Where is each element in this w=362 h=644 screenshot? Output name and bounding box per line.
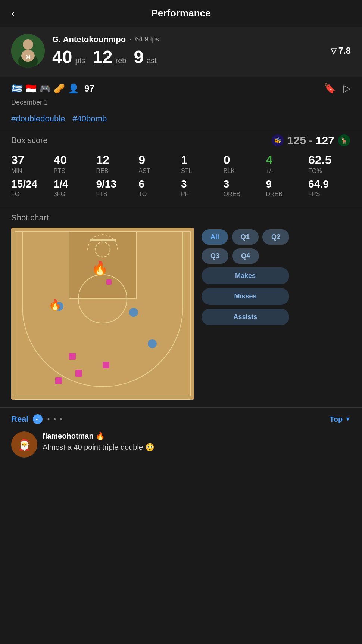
3fg-value: 1/4 [54, 178, 96, 190]
rating-value: 7.8 [338, 46, 351, 56]
shot-chart-container: 🔥 🔥 All Q1 Q2 Q3 Q4 Makes Misses Assists [11, 228, 362, 400]
player-info: G. Antetokounmpo · 64.9 fps 40 pts 12 re… [52, 35, 351, 67]
filter-q1-button[interactable]: Q1 [232, 229, 259, 245]
reb-value: 12 [93, 47, 112, 67]
pf-value: 3 [181, 178, 224, 190]
svg-rect-19 [69, 353, 76, 360]
stat-3fg: 1/4 3FG [54, 178, 96, 198]
stat-pts: 40 PTS [54, 153, 96, 174]
social-actions: 🔖 ▷ [324, 83, 351, 94]
filter-makes-button[interactable]: Makes [202, 267, 289, 284]
comment-item: 🎅 flameohotman 🔥 Almost a 40 point tripl… [11, 431, 351, 458]
filter-q4-button[interactable]: Q4 [232, 248, 259, 264]
header: ‹ Performance [0, 0, 362, 27]
svg-rect-18 [75, 370, 82, 377]
avatar: 34 [11, 34, 45, 68]
sort-arrow-icon: ▼ [345, 416, 351, 422]
svg-rect-20 [103, 362, 109, 368]
date-row: December 1 [0, 97, 362, 111]
emoji-person: 👤 [68, 83, 79, 94]
fgpct-label: FG% [308, 168, 351, 174]
fg-label: FG [11, 191, 54, 198]
comment-avatar: 🎅 [11, 431, 37, 458]
dreb-label: DREB [266, 191, 309, 198]
box-score-title: Box score [11, 136, 48, 145]
stat-fps: 64.9 FPS [308, 178, 351, 198]
comments-section: Real ✓ • • • Top ▼ 🎅 flameohotman 🔥 Almo… [0, 408, 362, 464]
player-stats: 40 pts 12 reb 9 ast [52, 47, 351, 67]
oreb-label: OREB [224, 191, 266, 198]
ast-stat-label: AST [138, 168, 181, 174]
stl-stat-label: STL [181, 168, 224, 174]
stat-min: 37 MIN [11, 153, 54, 174]
pts-label: pts [75, 56, 85, 65]
blk-stat-value: 0 [224, 153, 266, 167]
stat-fts: 9/13 FTS [96, 178, 139, 198]
stat-pf: 3 PF [181, 178, 224, 198]
sort-button[interactable]: Top ▼ [330, 415, 351, 424]
fg-value: 15/24 [11, 178, 54, 190]
team2-logo: 🦌 [337, 134, 351, 147]
dreb-value: 9 [266, 178, 309, 190]
blk-stat-label: BLK [224, 168, 266, 174]
pts-stat-label: PTS [54, 168, 96, 174]
reb-label: reb [115, 56, 126, 65]
bookmark-button[interactable]: 🔖 [324, 83, 336, 94]
social-section: 🇬🇷 🇮🇩 🎮 🥜 👤 97 🔖 ▷ [0, 77, 362, 97]
pts-stat-value: 40 [54, 153, 96, 167]
hashtag-2[interactable]: #40bomb [72, 114, 107, 124]
share-button[interactable]: ▷ [343, 83, 351, 94]
social-count: 97 [84, 83, 94, 94]
pts-value: 40 [52, 47, 72, 67]
ast-value: 9 [134, 47, 144, 67]
fps-label: FPS [308, 191, 351, 198]
filter-misses-button[interactable]: Misses [202, 288, 289, 305]
stat-blk: 0 BLK [224, 153, 266, 174]
min-value: 37 [11, 153, 54, 167]
more-options-button[interactable]: • • • [47, 415, 63, 424]
player-rating: ▽ 7.8 [331, 46, 351, 56]
ast-stat-value: 9 [138, 153, 181, 167]
score-display: 🐝 125 - 127 🦌 [271, 134, 351, 147]
stl-stat-value: 1 [181, 153, 224, 167]
back-button[interactable]: ‹ [11, 7, 15, 19]
social-left: 🇬🇷 🇮🇩 🎮 🥜 👤 97 [11, 83, 94, 94]
reb-stat-label: REB [96, 168, 139, 174]
sort-label: Top [330, 415, 343, 424]
svg-text:🦌: 🦌 [340, 137, 348, 144]
oreb-value: 3 [224, 178, 266, 190]
emoji-controller: 🎮 [40, 83, 51, 94]
player-name: G. Antetokounmpo [52, 35, 126, 44]
filter-row-2: Q3 Q4 [202, 248, 289, 264]
player-section: 34 G. Antetokounmpo · 64.9 fps 40 pts 12… [0, 27, 362, 77]
filter-assists-button[interactable]: Assists [202, 309, 289, 325]
court-wrapper: 🔥 🔥 [11, 228, 194, 400]
comments-left: Real ✓ • • • [11, 414, 63, 424]
svg-text:🔥: 🔥 [49, 298, 62, 311]
plusminus-value: 4 [266, 153, 309, 167]
comment-body: flameohotman 🔥 Almost a 40 point triple … [43, 431, 351, 452]
fts-value: 9/13 [96, 178, 139, 190]
to-value: 6 [138, 178, 181, 190]
page-title: Performance [152, 7, 211, 19]
shot-chart-section: Shot chart [0, 209, 362, 407]
team1-logo: 🐝 [271, 134, 284, 147]
hashtag-1[interactable]: #doubledouble [11, 114, 65, 124]
stat-dreb: 9 DREB [266, 178, 309, 198]
svg-text:34: 34 [25, 55, 31, 60]
3fg-label: 3FG [54, 191, 96, 198]
svg-point-24 [148, 339, 157, 348]
verified-icon: ✓ [33, 414, 43, 424]
hashtag-row: #doubledouble #40bomb [0, 111, 362, 130]
svg-point-1 [23, 39, 33, 50]
fps-value: 64.9 [308, 178, 351, 190]
stat-ast: 9 AST [138, 153, 181, 174]
filter-all-button[interactable]: All [202, 229, 228, 245]
svg-point-23 [129, 308, 138, 317]
filter-q3-button[interactable]: Q3 [202, 248, 228, 264]
ast-label: ast [147, 56, 157, 65]
filter-row-1: All Q1 Q2 [202, 229, 289, 245]
plusminus-label: +/- [266, 168, 309, 174]
stat-stl: 1 STL [181, 153, 224, 174]
filter-q2-button[interactable]: Q2 [262, 229, 289, 245]
